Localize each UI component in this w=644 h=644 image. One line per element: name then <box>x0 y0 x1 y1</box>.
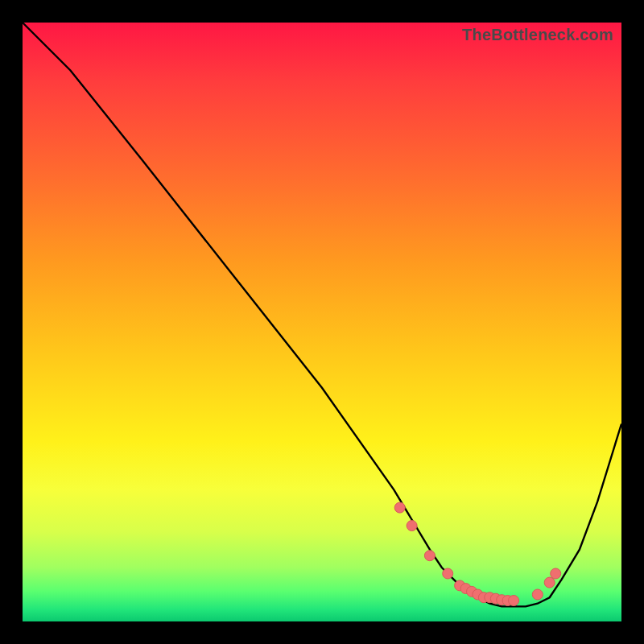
bottleneck-curve <box>23 23 621 606</box>
chart-frame: TheBottleneck.com <box>0 0 644 644</box>
marker-point <box>509 596 519 606</box>
marker-point <box>544 577 555 588</box>
marker-point <box>443 568 453 579</box>
marker-point <box>551 568 561 579</box>
curve-layer <box>23 23 621 621</box>
marker-point <box>394 502 405 513</box>
highlight-markers <box>394 502 561 605</box>
marker-point <box>532 589 543 600</box>
marker-point <box>407 521 417 531</box>
plot-area: TheBottleneck.com <box>23 23 621 621</box>
marker-point <box>424 551 435 561</box>
